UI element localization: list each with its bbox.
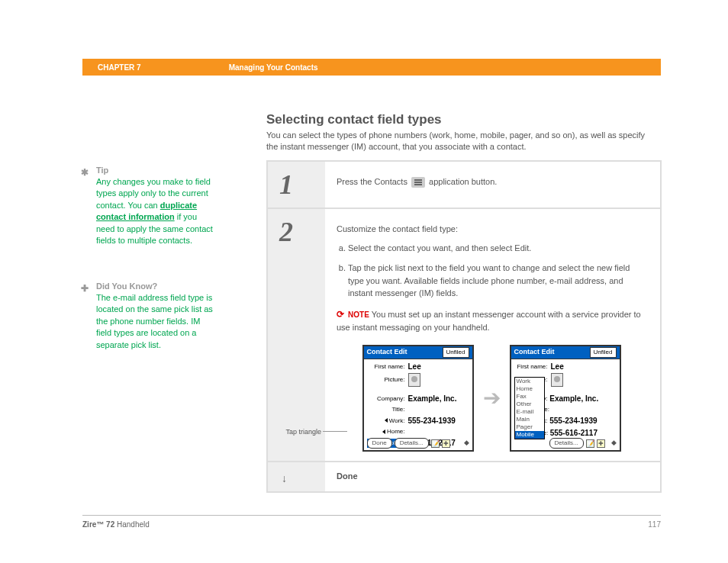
company-value: Example, Inc. — [408, 393, 457, 404]
step-1-text-post: application button. — [427, 177, 497, 186]
step-1-row: 1 Press the Contacts application button. — [268, 162, 660, 209]
picklist-option: Home — [515, 385, 544, 393]
picture-label: Picture: — [367, 375, 405, 384]
did-you-know-callout: ✚ Did You Know? The e-mail address field… — [82, 282, 216, 351]
step-1-body: Press the Contacts application button. — [325, 162, 660, 208]
field-type-picklist: Work Home Fax Other E-mail Main Pager Mo… — [514, 377, 545, 439]
callout-leader-line — [323, 431, 347, 432]
first-name-label: First name: — [514, 362, 548, 372]
step-2-body: Customize the contact field type: Select… — [325, 209, 660, 461]
palm-footer: Done Details... 📝 ✚ ◆ — [367, 438, 469, 449]
palm-details-button: Details... — [549, 438, 584, 449]
step-1-number: 1 — [279, 171, 325, 198]
palm-details-button: Details... — [395, 438, 429, 449]
contacts-app-icon — [411, 177, 425, 188]
palm-screenshot-after: Contact Edit Unfiled First name:Lee Pict… — [510, 345, 621, 452]
mobile-phone: 555-616-2117 — [550, 427, 598, 439]
work-phone: 555-234-1939 — [408, 415, 456, 426]
chapter-title: Managing Your Contacts — [229, 63, 318, 72]
picklist-option: Main — [515, 416, 544, 423]
palm-done-button: Done — [367, 438, 392, 449]
done-arrow-icon: ↓ — [282, 472, 287, 484]
footer-product: Zire™ 72 Handheld — [82, 520, 150, 529]
note-icon: ⟳ — [337, 307, 344, 321]
work-phone: 555-234-1939 — [549, 415, 597, 426]
palm-title-text: Contact Edit — [514, 347, 555, 358]
done-icon-cell: ↓ — [268, 462, 325, 491]
first-name-label: First name: — [367, 362, 405, 372]
palm-scroll-arrows: ◆ — [611, 438, 617, 449]
company-label: Company: — [367, 394, 405, 404]
picklist-option: Other — [515, 401, 544, 408]
picklist-triangle-icon — [385, 418, 388, 423]
palm-plus-icon: ✚ — [442, 439, 450, 448]
palm-titlebar: Contact Edit Unfiled — [364, 346, 472, 359]
tap-triangle-callout: Tap triangle — [275, 427, 321, 438]
note-block: ⟳ NOTE You must set up an instant messen… — [337, 307, 646, 334]
footer-product-rest: Handheld — [114, 520, 150, 529]
dyk-heading: Did You Know? — [96, 282, 216, 291]
arrow-right-icon: ➔ — [483, 382, 501, 414]
plus-icon: ✚ — [81, 283, 89, 294]
first-name-value: Lee — [408, 361, 421, 372]
palm-category: Unfiled — [590, 347, 617, 358]
step-2-number-cell: 2 — [268, 209, 325, 461]
screenshots-row: Tap triangle Contact Edit Unfiled First … — [337, 345, 646, 452]
step-2-row: 2 Customize the contact field type: Sele… — [268, 209, 660, 462]
contact-picture-icon — [408, 373, 420, 387]
footer-product-bold: Zire™ 72 — [82, 520, 114, 529]
contact-picture-icon — [551, 373, 563, 387]
steps-panel: 1 Press the Contacts application button.… — [266, 160, 662, 493]
palm-title-text: Contact Edit — [367, 347, 407, 358]
tip-callout: ✱ Tip Any changes you make to field type… — [82, 166, 216, 246]
done-row: ↓ Done — [268, 462, 660, 491]
chapter-label: CHAPTER 7 — [98, 63, 141, 72]
step-2a: Select the contact you want, and then se… — [348, 242, 646, 255]
note-text: You must set up an instant messenger acc… — [337, 310, 641, 332]
palm-titlebar: Contact Edit Unfiled — [511, 346, 620, 359]
note-label: NOTE — [348, 310, 369, 319]
step-1-text-pre: Press the Contacts — [337, 177, 410, 186]
palm-plus-icon: ✚ — [597, 439, 605, 448]
page-number: 117 — [648, 520, 661, 529]
step-2-intro: Customize the contact field type: — [337, 223, 646, 236]
asterisk-icon: ✱ — [81, 167, 89, 178]
intro-paragraph: You can select the types of phone number… — [266, 130, 656, 153]
title-label: Title: — [367, 405, 405, 414]
picklist-option: Pager — [515, 423, 544, 431]
picklist-triangle-icon — [382, 429, 385, 434]
home-picklist: Home: — [367, 427, 405, 436]
first-name-value: Lee — [551, 361, 564, 372]
picklist-option: E-mail — [515, 408, 544, 416]
step-2b: Tap the pick list next to the field you … — [348, 262, 646, 300]
palm-footer: Details... 📝 ✚ ◆ — [549, 438, 617, 449]
palm-note-icon: 📝 — [586, 439, 594, 448]
palm-scroll-arrows: ◆ — [464, 438, 469, 449]
picklist-option: Fax — [515, 393, 544, 401]
dyk-body: The e-mail address field type is located… — [96, 292, 216, 351]
palm-screenshot-before: Contact Edit Unfiled First name:Lee Pict… — [362, 345, 474, 452]
picklist-option-selected: Mobile — [515, 431, 544, 439]
palm-category: Unfiled — [443, 347, 469, 358]
work-picklist: Work: — [367, 417, 405, 426]
header-bar: CHAPTER 7 Managing Your Contacts — [82, 59, 661, 76]
step-2-number: 2 — [279, 218, 325, 246]
picklist-option: Work — [515, 378, 544, 385]
tip-heading: Tip — [96, 166, 216, 175]
done-label: Done — [325, 462, 660, 491]
tip-body: Any changes you make to field types appl… — [96, 176, 216, 246]
company-value: Example, Inc. — [549, 393, 598, 404]
step-1-number-cell: 1 — [268, 162, 325, 208]
page-title: Selecting contact field types — [266, 112, 442, 127]
palm-note-icon: 📝 — [431, 439, 440, 448]
footer-divider — [82, 515, 661, 516]
